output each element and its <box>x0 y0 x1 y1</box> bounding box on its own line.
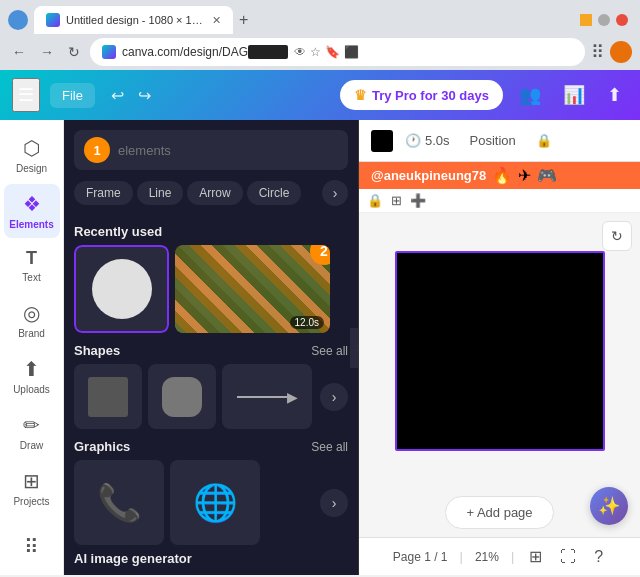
graphic-globe-item[interactable]: 🌐 <box>170 460 260 545</box>
undo-btn[interactable]: ↩ <box>105 82 130 109</box>
graphic-phone-item[interactable]: 📞 <box>74 460 164 545</box>
arrowhead-icon: ▶ <box>287 389 298 405</box>
sidebar-item-projects[interactable]: ⊞ Projects <box>4 461 60 515</box>
recent-circle-shape <box>74 245 169 333</box>
uploads-icon: ⬆ <box>23 357 40 381</box>
sidebar-item-elements[interactable]: ❖ Elements <box>4 184 60 238</box>
magic-icon: ✨ <box>598 495 620 517</box>
sidebar-item-design[interactable]: ⬡ Design <box>4 128 60 182</box>
arrange-add-icon[interactable]: ➕ <box>410 193 426 208</box>
grid-view-btn[interactable]: ⊞ <box>526 544 545 569</box>
nav-forward-btn[interactable]: → <box>36 42 58 62</box>
zoom-indicator[interactable]: 21% <box>475 550 499 564</box>
chart-icon: 📊 <box>563 85 585 105</box>
elements-icon: ❖ <box>23 192 41 216</box>
shape-square-item[interactable] <box>74 364 142 429</box>
filter-line[interactable]: Line <box>137 181 184 205</box>
graphics-grid: 📞 🌐 › <box>74 460 348 545</box>
address-bar-row: ← → ↻ canva.com/design/DAG 👁 ☆ 🔖 ⬛ ⠿ <box>0 34 640 70</box>
address-favicon <box>102 45 116 59</box>
share-btn[interactable]: ⬆ <box>601 80 628 110</box>
lock-icon[interactable]: 🔒 <box>536 133 552 148</box>
promo-icon-2: ✈ <box>518 166 531 185</box>
arrange-copy-icon[interactable]: ⊞ <box>391 193 402 208</box>
panel-collapse-handle[interactable]: › <box>350 328 359 368</box>
globe-icon: 🌐 <box>193 482 238 524</box>
promo-handle: @aneukpineung78 <box>371 168 486 183</box>
shapes-grid: ▶ › <box>74 364 348 429</box>
nav-reload-btn[interactable]: ↻ <box>64 42 84 62</box>
shape-rounded-item[interactable] <box>148 364 216 429</box>
color-swatch[interactable] <box>371 130 393 152</box>
nav-back-btn[interactable]: ← <box>8 42 30 62</box>
active-tab[interactable]: Untitled design - 1080 × 1080p … ✕ <box>34 6 233 34</box>
add-page-btn[interactable]: + Add page <box>445 496 553 529</box>
extensions-icon[interactable]: ⠿ <box>591 41 604 63</box>
image-timer: 12.0s <box>290 316 324 329</box>
file-menu-btn[interactable]: File <box>50 83 95 108</box>
graphics-see-all-btn[interactable]: See all <box>311 440 348 454</box>
design-icon: ⬡ <box>23 136 40 160</box>
browser-action-icons: ⠿ <box>591 41 604 63</box>
chrome-logo <box>8 10 28 30</box>
address-bar[interactable]: canva.com/design/DAG 👁 ☆ 🔖 ⬛ <box>90 38 585 66</box>
text-icon: T <box>26 248 37 269</box>
search-input[interactable] <box>118 143 338 158</box>
draw-icon: ✏ <box>23 413 40 437</box>
sidebar-item-text[interactable]: T Text <box>4 240 60 291</box>
canvas-toolbar: 🕐 5.0s Position 🔒 <box>359 120 640 162</box>
shape-arrow-item[interactable]: ▶ <box>222 364 312 429</box>
tab-close-btn[interactable]: ✕ <box>212 14 221 27</box>
square-preview <box>88 377 128 417</box>
more-filters-btn[interactable]: › <box>322 180 348 206</box>
shapes-more-btn[interactable]: › <box>320 383 348 411</box>
canvas-slide[interactable] <box>395 251 605 451</box>
share-people-btn[interactable]: 👥 <box>513 80 547 110</box>
position-btn[interactable]: Position <box>462 129 524 152</box>
shapes-see-all-btn[interactable]: See all <box>311 344 348 358</box>
time-indicator[interactable]: 🕐 5.0s <box>405 133 450 148</box>
sidebar-item-brand[interactable]: ◎ Brand <box>4 293 60 347</box>
bookmark-icon: 🔖 <box>325 45 340 59</box>
win-minimize[interactable] <box>580 14 592 26</box>
filter-circle[interactable]: Circle <box>247 181 302 205</box>
try-pro-btn[interactable]: ♛ Try Pro for 30 days <box>340 80 503 110</box>
sidebar-item-label-text: Text <box>22 272 40 283</box>
recently-used-header: Recently used <box>74 224 348 239</box>
panel-search: 1 <box>64 120 358 176</box>
sidebar-item-draw[interactable]: ✏ Draw <box>4 405 60 459</box>
star-icon: ☆ <box>310 45 321 59</box>
slide-content-black <box>397 253 603 449</box>
canvas-refresh-btn[interactable]: ↻ <box>602 221 632 251</box>
recent-image-item[interactable]: 12.0s 2 <box>175 245 330 333</box>
sidebar-item-uploads[interactable]: ⬆ Uploads <box>4 349 60 403</box>
help-btn[interactable]: ? <box>591 545 606 569</box>
graphics-title: Graphics <box>74 439 130 454</box>
hamburger-menu-btn[interactable]: ☰ <box>12 78 40 112</box>
redo-btn[interactable]: ↪ <box>132 82 157 109</box>
sidebar-item-apps[interactable]: ⠿ <box>4 527 60 567</box>
win-maximize[interactable] <box>598 14 610 26</box>
magic-fab-btn[interactable]: ✨ <box>590 487 628 525</box>
expand-btn[interactable]: ⛶ <box>557 545 579 569</box>
win-close[interactable] <box>616 14 628 26</box>
graphics-more-btn[interactable]: › <box>320 489 348 517</box>
redacted-url <box>248 45 288 59</box>
arrow-line-preview: ▶ <box>237 389 298 405</box>
sidebar-item-label-design: Design <box>16 163 47 174</box>
brand-icon: ◎ <box>23 301 40 325</box>
address-text: canva.com/design/DAG <box>122 45 288 59</box>
search-box: 1 <box>74 130 348 170</box>
recently-used-grid: 12.0s 2 <box>74 245 348 333</box>
filter-frame[interactable]: Frame <box>74 181 133 205</box>
canvas-controls: ↻ <box>602 221 632 251</box>
search-annotation-1: 1 <box>84 137 110 163</box>
arrange-lock-icon[interactable]: 🔒 <box>367 193 383 208</box>
tab-title: Untitled design - 1080 × 1080p … <box>66 14 206 26</box>
filter-arrow[interactable]: Arrow <box>187 181 242 205</box>
new-tab-btn[interactable]: + <box>233 9 254 31</box>
analytics-btn[interactable]: 📊 <box>557 80 591 110</box>
user-avatar[interactable] <box>610 41 632 63</box>
graphics-header: Graphics See all <box>74 439 348 454</box>
recent-circle-item[interactable] <box>74 245 169 333</box>
